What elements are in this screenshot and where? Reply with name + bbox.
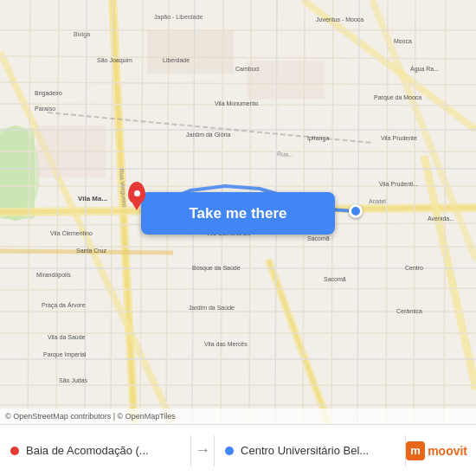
destination-dot: [225, 447, 234, 455]
svg-text:Parque da Mooca: Parque da Mooca: [374, 94, 421, 101]
svg-text:Vila Prudente: Vila Prudente: [381, 135, 417, 141]
svg-text:Liberdade: Liberdade: [163, 57, 190, 63]
svg-text:Sacomã: Sacomã: [307, 235, 330, 241]
svg-text:Mooca: Mooca: [394, 38, 412, 44]
svg-text:Vila da Saúde: Vila da Saúde: [48, 334, 86, 340]
destination-label: Centro Universitário Bel...: [241, 444, 369, 457]
destination-location: Centro Universitário Bel...: [215, 444, 405, 457]
svg-text:Bosque da Saúde: Bosque da Saúde: [192, 265, 241, 272]
svg-text:Vila Ma...: Vila Ma...: [78, 195, 107, 203]
svg-text:Sacomã: Sacomã: [324, 276, 346, 282]
moovit-brand: m moovit: [406, 441, 476, 460]
svg-rect-48: [36, 125, 106, 177]
svg-rect-49: [147, 30, 234, 74]
svg-text:Vila das Mercês: Vila das Mercês: [204, 341, 248, 347]
svg-text:Avenida...: Avenida...: [428, 215, 454, 222]
svg-text:Paraíso: Paraíso: [35, 106, 55, 112]
svg-text:São Judas: São Judas: [59, 377, 88, 383]
svg-text:Vila Clementino: Vila Clementino: [50, 230, 93, 236]
origin-label: Baia de Acomodação (...: [26, 444, 149, 457]
svg-text:Ipiranga: Ipiranga: [307, 135, 329, 142]
moovit-wordmark: moovit: [428, 444, 467, 458]
svg-text:Jardim da Saúde: Jardim da Saúde: [189, 305, 235, 311]
origin-dot: [10, 447, 19, 455]
svg-text:Anatel: Anatel: [369, 198, 386, 204]
svg-text:Parque Imperial: Parque Imperial: [43, 351, 87, 358]
svg-text:Praça da Árvore: Praça da Árvore: [42, 301, 86, 309]
svg-text:Japão - Liberdade: Japão - Liberdade: [154, 14, 203, 21]
bottom-navigation-bar: Baia de Acomodação (... → Centro Univers…: [0, 424, 476, 476]
svg-text:Cambuci: Cambuci: [235, 66, 260, 72]
svg-text:Jardim da Glória: Jardim da Glória: [186, 132, 230, 138]
svg-text:Água Ra...: Água Ra...: [410, 65, 439, 73]
svg-text:Brigadeiro: Brigadeiro: [35, 90, 62, 97]
svg-text:Juventus - Mooca: Juventus - Mooca: [316, 16, 363, 23]
svg-text:Cerâmica: Cerâmica: [396, 308, 422, 314]
svg-text:Mirandópolis: Mirandópolis: [36, 272, 71, 279]
svg-text:São Joaquim: São Joaquim: [97, 57, 132, 64]
take-me-there-button[interactable]: Take me there: [141, 192, 335, 235]
svg-text:Vila Prudenti...: Vila Prudenti...: [379, 181, 418, 187]
map-attribution: © OpenStreetMap contributors | © OpenMap…: [0, 408, 476, 424]
svg-text:Bixiga: Bixiga: [74, 31, 90, 38]
arrow-icon: →: [191, 441, 214, 460]
map-container: Bixiga Japão - Liberdade Juventus - Mooc…: [0, 0, 476, 424]
destination-marker: [349, 204, 363, 218]
svg-text:Santa Cruz: Santa Cruz: [76, 248, 107, 254]
svg-text:Centro: Centro: [405, 265, 423, 271]
moovit-logo-mark: m: [406, 441, 425, 460]
svg-text:Rua...: Rua...: [277, 151, 293, 158]
origin-marker: [128, 182, 145, 204]
svg-text:Vila Monumento: Vila Monumento: [215, 100, 259, 106]
origin-location: Baia de Acomodação (...: [0, 444, 190, 457]
